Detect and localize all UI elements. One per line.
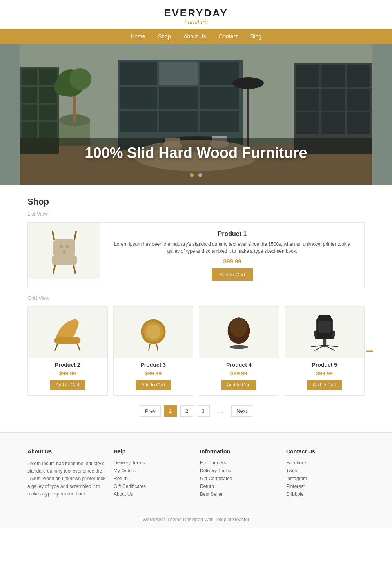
svg-rect-60 [54, 337, 81, 344]
footer-help-link-1[interactable]: My Orders [114, 468, 192, 473]
nav-home[interactable]: Home [131, 33, 145, 40]
hero-dots [0, 172, 392, 179]
pagination-next[interactable]: Next [231, 405, 252, 417]
nav-shop[interactable]: Shop [158, 33, 171, 40]
footer-info-link-2[interactable]: Gift Certificates [200, 476, 278, 481]
footer-contact-link-2[interactable]: Instagram [286, 476, 365, 481]
product3-add-to-cart[interactable]: Add to Cart [136, 380, 171, 390]
footer-contact-link-3[interactable]: Pinterest [286, 484, 365, 489]
svg-rect-3 [22, 69, 37, 85]
svg-rect-42 [321, 89, 345, 111]
hero-dot-2[interactable] [198, 173, 202, 177]
svg-rect-76 [323, 338, 326, 345]
product1-info: Product 1 Lorem Ipsum has been the indus… [100, 223, 364, 287]
svg-rect-38 [296, 65, 319, 87]
nav-about[interactable]: About Us [183, 33, 206, 40]
svg-rect-24 [120, 111, 157, 132]
svg-rect-39 [321, 65, 345, 87]
svg-rect-5 [22, 87, 37, 103]
product5-add-to-cart[interactable]: Add to Cart [307, 380, 342, 390]
svg-point-36 [232, 77, 264, 89]
product4-chair-icon [219, 313, 258, 352]
svg-line-64 [149, 344, 150, 350]
svg-rect-25 [159, 111, 198, 132]
svg-rect-9 [22, 122, 37, 138]
svg-point-53 [60, 245, 63, 248]
hero-dot-1[interactable] [190, 173, 194, 177]
svg-rect-78 [314, 331, 317, 337]
svg-rect-6 [39, 87, 57, 103]
footer-about-text: Lorem Ipsum has been the industry's stan… [27, 460, 106, 498]
footer-contact-link-1[interactable]: Twitter [286, 468, 365, 473]
pagination-dots: .... [213, 406, 228, 416]
svg-rect-26 [200, 111, 239, 132]
grid-item-5: Product 5 $99.99 Add to Cart [285, 306, 365, 396]
svg-rect-40 [347, 65, 370, 87]
product4-image [199, 307, 279, 358]
svg-rect-23 [200, 87, 239, 109]
footer-help-link-2[interactable]: Return [114, 476, 192, 481]
product2-image [28, 307, 107, 358]
product4-name: Product 4 [199, 362, 279, 368]
grid-item-4: Product 4 $99.99 Add to Cart [199, 306, 279, 396]
product1-desc: Lorem Ipsum has been the industry's stan… [108, 241, 356, 255]
site-title-main: EVERYDAY [0, 7, 392, 19]
footer-help-link-0[interactable]: Delivery Terms [114, 460, 192, 466]
footer-help-link-3[interactable]: Gift Certificates [114, 484, 192, 489]
product3-name: Product 3 [114, 362, 193, 368]
svg-line-65 [156, 344, 158, 350]
svg-rect-41 [296, 89, 319, 111]
footer-info-link-4[interactable]: Best Seller [200, 491, 278, 497]
product1-name: Product 1 [108, 230, 356, 237]
product5-price: $99.99 [285, 370, 365, 377]
pagination-prev[interactable]: Prev [140, 405, 161, 417]
footer-about-title: About Us [27, 448, 106, 455]
svg-line-56 [53, 232, 54, 239]
svg-rect-77 [315, 334, 334, 339]
footer-info-link-3[interactable]: Return [200, 484, 278, 489]
footer-info-title: Information [200, 448, 278, 455]
svg-point-55 [63, 250, 66, 254]
footer-contact-link-4[interactable]: Dribbble [286, 491, 365, 497]
svg-point-54 [66, 245, 69, 248]
product1-add-to-cart[interactable]: Add to Cart [212, 268, 253, 281]
pagination: Prev 1 2 3 .... Next [27, 405, 365, 417]
grid-view-label: Grid View [27, 295, 365, 301]
svg-rect-51 [52, 256, 77, 265]
pagination-page-1[interactable]: 1 [164, 405, 177, 417]
product2-name: Product 2 [28, 362, 107, 368]
shop-title: Shop [27, 197, 365, 207]
footer-help-link-4[interactable]: About Us [114, 491, 192, 497]
product2-add-to-cart[interactable]: Add to Cart [50, 380, 85, 390]
footer-bottom: WordPress Theme Designed With TemplateTo… [0, 511, 392, 528]
product4-add-to-cart[interactable]: Add to Cart [221, 380, 256, 390]
svg-rect-43 [347, 89, 370, 111]
product3-image [114, 307, 193, 358]
svg-line-59 [77, 344, 80, 350]
footer-help-col: Help Delivery Terms My Orders Return Gif… [114, 448, 192, 499]
svg-rect-18 [120, 62, 157, 85]
footer-inner: About Us Lorem Ipsum has been the indust… [20, 448, 372, 511]
svg-rect-52 [53, 239, 75, 257]
footer-info-link-0[interactable]: For Partners [200, 460, 278, 466]
svg-point-70 [230, 318, 247, 337]
product5-chair-icon [305, 313, 344, 352]
svg-line-57 [74, 232, 76, 239]
pagination-page-2[interactable]: 2 [180, 405, 193, 417]
product5-name: Product 5 [285, 362, 365, 368]
nav-contact[interactable]: Contact [219, 33, 238, 40]
nav-blog[interactable]: Blog [250, 33, 261, 40]
pagination-page-3[interactable]: 3 [197, 405, 210, 417]
svg-rect-19 [159, 62, 198, 85]
footer-help-title: Help [114, 448, 192, 455]
svg-rect-79 [332, 331, 335, 337]
scroll-indicator [366, 351, 373, 352]
footer-contact-title: Contact Us [286, 448, 365, 455]
footer-info-link-1[interactable]: Delivery Terms [200, 468, 278, 473]
svg-rect-22 [159, 87, 198, 109]
footer-about-col: About Us Lorem Ipsum has been the indust… [27, 448, 106, 499]
product1-chair-icon [41, 228, 88, 275]
footer-bottom-text: WordPress Theme Designed With TemplateTo… [143, 517, 249, 522]
hero-scene-svg [0, 44, 392, 185]
footer-contact-link-0[interactable]: Facebook [286, 460, 365, 466]
